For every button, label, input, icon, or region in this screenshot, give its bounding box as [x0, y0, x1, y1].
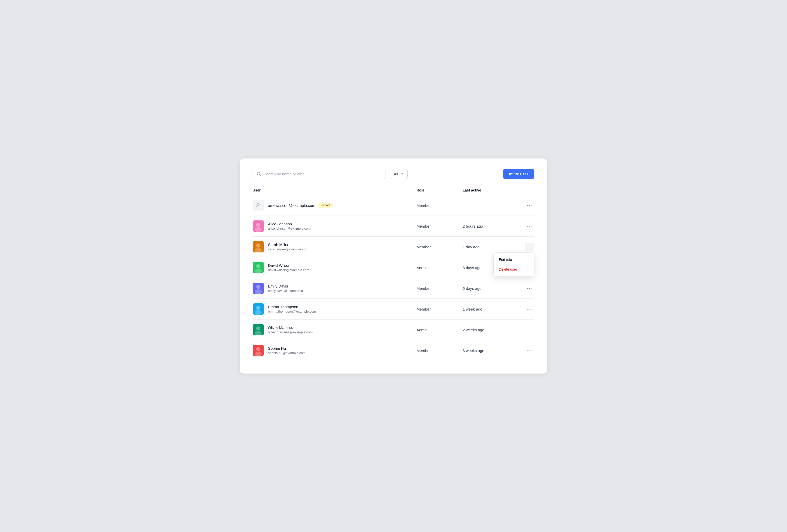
- svg-line-1: [260, 175, 261, 176]
- user-info: Alice Johnson alice.johnson@example.com: [268, 222, 311, 230]
- user-info: Emily Davis emily.davis@example.com: [268, 284, 307, 293]
- filter-dropdown[interactable]: All: [390, 169, 408, 179]
- col-last-active: Last active: [463, 188, 519, 192]
- filter-label: All: [394, 172, 398, 176]
- main-card: All Invite user User Role Last active am…: [240, 158, 547, 374]
- last-active-cell: 5 days ago: [463, 286, 519, 291]
- toolbar: All Invite user: [253, 169, 534, 179]
- more-options-button[interactable]: ···: [525, 347, 534, 355]
- avatar: [253, 220, 264, 232]
- last-active-cell: 1 week ago: [463, 307, 519, 311]
- svg-point-0: [257, 172, 260, 175]
- context-menu: Edit role Delete user: [493, 252, 534, 276]
- svg-point-7: [256, 243, 260, 248]
- user-cell: Emma Thompson emma.thompson@example.com: [253, 303, 417, 315]
- user-cell: Emily Davis emily.davis@example.com: [253, 283, 417, 294]
- user-cell: Oliver Martinez oliver.martinez@example.…: [253, 324, 417, 335]
- user-name: Sarah Miller: [268, 242, 309, 247]
- role-cell: Member: [417, 349, 463, 353]
- col-user: User: [253, 188, 417, 192]
- svg-point-22: [256, 347, 260, 351]
- role-cell: Member: [417, 286, 463, 291]
- table-row: Emily Davis emily.davis@example.com Memb…: [253, 278, 534, 299]
- actions-cell: ··· Edit role Delete user: [519, 243, 534, 251]
- user-email: david.wilson@example.com: [268, 268, 309, 272]
- delete-user-item[interactable]: Delete user: [494, 264, 534, 274]
- role-cell: Admin: [417, 328, 463, 332]
- avatar: [253, 283, 264, 294]
- actions-cell: ···: [519, 347, 534, 355]
- user-email: sophia.hu@example.com: [268, 351, 306, 355]
- last-active-cell: –: [463, 203, 519, 208]
- avatar: [253, 303, 264, 315]
- table-row: Emma Thompson emma.thompson@example.com …: [253, 299, 534, 319]
- user-info: David Wilson david.wilson@example.com: [268, 263, 309, 272]
- more-options-button[interactable]: ···: [525, 284, 534, 293]
- invite-user-button[interactable]: Invite user: [503, 169, 534, 179]
- svg-point-2: [257, 203, 259, 205]
- role-cell: Member: [417, 307, 463, 311]
- role-cell: Member: [417, 245, 463, 249]
- last-active-cell: 1 day ago: [463, 245, 519, 249]
- user-cell: Sarah Miller sarah.miller@example.com: [253, 241, 417, 252]
- search-icon: [256, 172, 261, 176]
- user-email: emma.thompson@example.com: [268, 310, 316, 313]
- actions-cell: ···: [519, 222, 534, 230]
- svg-point-4: [256, 223, 260, 227]
- user-email: alice.johnson@example.com: [268, 226, 311, 230]
- more-options-button[interactable]: ···: [525, 243, 534, 251]
- user-name: Emily Davis: [268, 284, 307, 288]
- more-options-button[interactable]: ···: [525, 222, 534, 230]
- avatar: [253, 324, 264, 335]
- user-info: Emma Thompson emma.thompson@example.com: [268, 305, 316, 313]
- actions-cell: ···: [519, 284, 534, 293]
- user-cell: amelia.scott@example.comInvited: [253, 200, 417, 211]
- user-info: Sarah Miller sarah.miller@example.com: [268, 242, 309, 251]
- user-name: David Wilson: [268, 263, 309, 268]
- last-active-cell: 2 hours ago: [463, 224, 519, 228]
- svg-point-13: [256, 285, 260, 289]
- invited-badge: Invited: [318, 203, 332, 208]
- user-cell: Alice Johnson alice.johnson@example.com: [253, 220, 417, 232]
- actions-cell: ···: [519, 326, 534, 334]
- avatar: [253, 262, 264, 273]
- user-cell: David Wilson david.wilson@example.com: [253, 262, 417, 273]
- last-active-cell: 2 weeks ago: [463, 328, 519, 332]
- svg-point-10: [256, 264, 260, 268]
- actions-cell: ···: [519, 201, 534, 210]
- role-cell: Member: [417, 203, 463, 208]
- user-name: amelia.scott@example.comInvited: [268, 203, 333, 208]
- user-info: amelia.scott@example.comInvited: [268, 203, 333, 208]
- user-email: sarah.miller@example.com: [268, 247, 309, 251]
- user-email: oliver.martinez@example.com: [268, 330, 313, 334]
- table-row: Alice Johnson alice.johnson@example.com …: [253, 216, 534, 237]
- more-options-button[interactable]: ···: [525, 326, 534, 334]
- col-actions: [519, 188, 534, 192]
- user-email: emily.davis@example.com: [268, 289, 307, 293]
- search-wrapper[interactable]: [253, 169, 386, 179]
- chevron-down-icon: [400, 172, 404, 176]
- table-body: amelia.scott@example.comInvited Member –…: [253, 195, 534, 361]
- user-info: Oliver Martinez oliver.martinez@example.…: [268, 326, 313, 334]
- more-options-button[interactable]: ···: [525, 201, 534, 210]
- role-cell: Admin: [417, 265, 463, 270]
- edit-role-item[interactable]: Edit role: [494, 255, 534, 264]
- user-info: Sophia Hu sophia.hu@example.com: [268, 346, 306, 355]
- avatar: [253, 345, 264, 356]
- user-name: Emma Thompson: [268, 305, 316, 309]
- user-cell: Sophia Hu sophia.hu@example.com: [253, 345, 417, 356]
- avatar: [253, 241, 264, 252]
- svg-point-16: [256, 306, 260, 310]
- table-row: Sophia Hu sophia.hu@example.com Member 3…: [253, 340, 534, 361]
- table-row: Oliver Martinez oliver.martinez@example.…: [253, 319, 534, 340]
- more-options-button[interactable]: ···: [525, 305, 534, 313]
- table-row: amelia.scott@example.comInvited Member –…: [253, 195, 534, 216]
- table-row: Sarah Miller sarah.miller@example.com Me…: [253, 237, 534, 257]
- user-name: Alice Johnson: [268, 222, 311, 226]
- actions-cell: ···: [519, 305, 534, 313]
- search-input[interactable]: [263, 172, 382, 176]
- col-role: Role: [417, 188, 463, 192]
- table-header: User Role Last active: [253, 188, 534, 195]
- user-name: Oliver Martinez: [268, 326, 313, 330]
- table-row: David Wilson david.wilson@example.com Ad…: [253, 257, 534, 278]
